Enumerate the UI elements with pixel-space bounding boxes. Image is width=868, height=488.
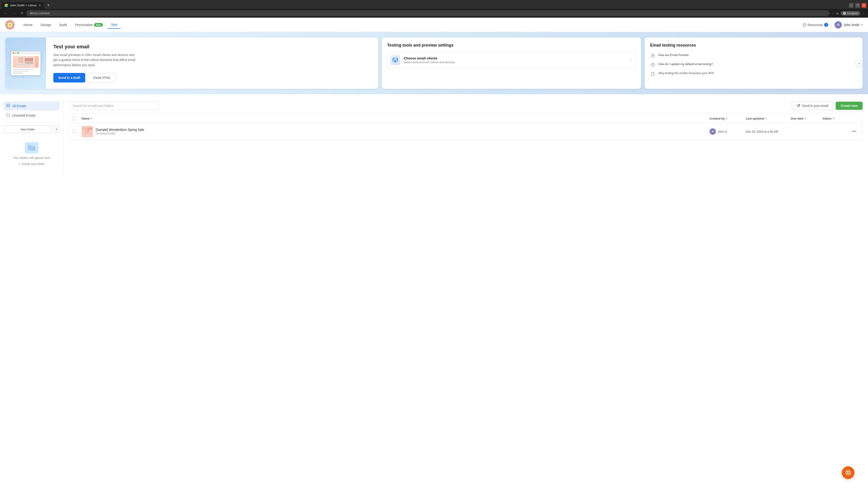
create-folder-plus-icon: + xyxy=(18,162,20,166)
search-input[interactable] xyxy=(69,101,159,110)
nav-personalize[interactable]: Personalize New xyxy=(71,21,106,29)
maximize-button[interactable]: ❐ xyxy=(855,3,860,8)
send-in-email-button[interactable]: Send in your email xyxy=(792,101,833,110)
preview-settings-card: Testing tools and preview settings Choos… xyxy=(382,37,641,89)
name-sort-icon: ⇅ xyxy=(90,117,92,120)
svg-rect-16 xyxy=(25,58,33,61)
send-draft-button[interactable]: Send in a draft xyxy=(53,73,85,83)
nav-right: Resources 1 JS John Smith ▾ xyxy=(800,21,863,29)
browser-toolbar: ← → ↺ litmus.com/test ☆ ⊞ Incognito ⋮ xyxy=(0,9,868,18)
question-icon-2 xyxy=(650,62,655,68)
back-button[interactable]: ← xyxy=(3,10,9,16)
user-menu-button[interactable]: JS John Smith ▾ xyxy=(835,21,863,29)
nav-build[interactable]: Build xyxy=(56,21,70,29)
browser-actions: ☆ ⊞ Incognito ⋮ xyxy=(831,11,865,15)
browser-menu-button[interactable]: ⋮ xyxy=(862,11,865,15)
tab-bar: John Smith > Litmus ✕ + — ❐ ✕ xyxy=(0,0,868,9)
mockup-window xyxy=(11,51,40,75)
svg-line-36 xyxy=(846,471,847,472)
table-header-name[interactable]: Name ⇅ xyxy=(82,117,710,120)
active-tab[interactable]: John Smith > Litmus ✕ xyxy=(2,2,44,8)
help-fab-button[interactable] xyxy=(842,466,855,479)
table-header-last-updated[interactable]: Last updated ⇅ xyxy=(746,117,791,120)
svg-line-38 xyxy=(849,471,850,472)
app: Home Design Build Personalize New Test R… xyxy=(0,18,868,488)
incognito-badge: Incognito xyxy=(841,11,860,15)
create-new-button[interactable]: Create new xyxy=(836,102,863,110)
test-email-card: Test your email See email previews in 10… xyxy=(5,37,378,89)
test-email-description: See email previews in 100+ email clients… xyxy=(53,53,139,68)
close-window-button[interactable]: ✕ xyxy=(862,3,866,8)
table-header-created-by[interactable]: Created by ⇅ xyxy=(710,117,746,120)
table-header-checkbox xyxy=(72,117,82,120)
creator-avatar: JS xyxy=(710,128,716,135)
unsorted-emails-label: Unsorted Emails xyxy=(12,113,35,117)
folder-icon xyxy=(6,113,10,118)
sidebar-item-unsorted[interactable]: Unsorted Emails xyxy=(4,111,59,120)
svg-rect-17 xyxy=(25,62,33,64)
life-ring-icon xyxy=(845,470,851,475)
settings-arrow-icon: → xyxy=(629,58,633,62)
mockup-dot-red xyxy=(13,52,14,54)
hero-section: Test your email See email previews in 10… xyxy=(0,32,868,94)
new-folder-row: New folder ≡ xyxy=(4,126,59,133)
resource-text-1: How are Email Preview xyxy=(658,53,688,57)
resource-item-1[interactable]: How are Email Preview xyxy=(650,51,857,60)
create-folder-label: Create new folder xyxy=(22,162,45,166)
paste-html-button[interactable]: Paste HTML xyxy=(88,73,116,83)
emails-table: Name ⇅ Created by ⇅ Last updated ⇅ Due d… xyxy=(69,113,863,140)
new-folder-button[interactable]: New folder xyxy=(4,126,52,133)
mockup-dot-green xyxy=(18,52,19,54)
resource-item-3[interactable]: Why testing the render increases your RO… xyxy=(650,69,857,78)
forward-button[interactable]: → xyxy=(11,10,17,16)
card-scroll-right-button[interactable]: › xyxy=(856,60,863,67)
tab-title: John Smith > Litmus xyxy=(10,4,37,7)
table-row[interactable]: [Sample] Wonderblum Spring Sale Unsorted… xyxy=(69,123,862,140)
email-mockup xyxy=(11,51,40,75)
nav-logo[interactable] xyxy=(5,20,14,29)
minimize-button[interactable]: — xyxy=(849,3,854,8)
created-by-cell: JS John S. xyxy=(710,128,746,135)
test-email-illustration xyxy=(5,37,46,89)
user-avatar: JS xyxy=(835,21,842,29)
email-cell: [Sample] Wonderblum Spring Sale Unsorted… xyxy=(82,126,710,137)
svg-rect-15 xyxy=(18,57,24,63)
email-thumbnail xyxy=(82,126,93,137)
row-checkbox[interactable] xyxy=(72,130,76,133)
row-actions-button[interactable]: ••• xyxy=(850,128,858,135)
mockup-dot-yellow xyxy=(15,52,17,54)
resources-count-badge: 1 xyxy=(824,23,828,27)
email-info: [Sample] Wonderblum Spring Sale Unsorted… xyxy=(96,128,144,135)
new-tab-button[interactable]: + xyxy=(45,2,52,9)
browser-chrome: John Smith > Litmus ✕ + — ❐ ✕ ← → ↺ litm… xyxy=(0,0,868,18)
mockup-titlebar xyxy=(11,51,40,55)
tab-close-button[interactable]: ✕ xyxy=(38,4,41,7)
create-folder-link[interactable]: + Create new folder xyxy=(18,162,44,166)
email-clients-text: Choose email clients Select default emai… xyxy=(404,56,625,64)
main-content: Send in your email Create new Name ⇅ Cre… xyxy=(63,98,868,174)
resource-item-2[interactable]: How do I update my default email testing… xyxy=(650,60,857,69)
nav-design[interactable]: Design xyxy=(37,21,55,29)
nav-home[interactable]: Home xyxy=(20,21,36,29)
mockup-line xyxy=(13,69,33,70)
choose-email-clients-item[interactable]: Choose email clients Select default emai… xyxy=(387,52,636,68)
email-clients-title: Choose email clients xyxy=(404,56,625,60)
resources-card-title: Email testing resources xyxy=(650,43,857,48)
email-clients-desc: Select default email clients and devices xyxy=(404,61,625,64)
bookmark-button[interactable]: ☆ xyxy=(831,11,834,15)
address-bar[interactable]: litmus.com/test xyxy=(26,10,830,16)
user-chevron-icon: ▾ xyxy=(861,23,863,26)
select-all-checkbox[interactable] xyxy=(72,117,76,120)
extensions-button[interactable]: ⊞ xyxy=(836,11,839,15)
svg-rect-30 xyxy=(83,133,92,134)
sort-button[interactable]: ≡ xyxy=(54,126,59,133)
table-header-status[interactable]: Status ⇅ xyxy=(823,117,850,120)
resources-button[interactable]: Resources 1 xyxy=(800,22,831,28)
svg-rect-31 xyxy=(84,134,91,135)
email-folder: Unsorted Emails xyxy=(96,132,144,135)
status-sort-icon: ⇅ xyxy=(833,117,834,120)
sidebar-item-all-emails[interactable]: All Emails xyxy=(4,101,59,110)
reload-button[interactable]: ↺ xyxy=(19,10,25,16)
table-header-due-date[interactable]: Due date ⇅ xyxy=(791,117,823,120)
nav-test[interactable]: Test xyxy=(107,21,121,29)
